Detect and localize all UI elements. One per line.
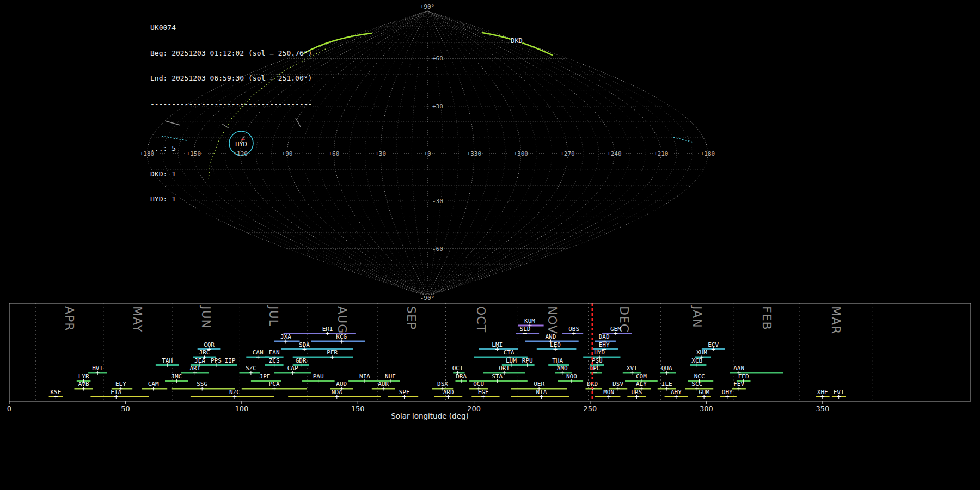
lat-label: +30 <box>432 103 443 110</box>
shower-code-label: GEM <box>610 326 621 333</box>
current-sol-marker <box>592 303 592 401</box>
shower-code-label: SCC <box>691 381 702 388</box>
shower-spe: SPE <box>388 389 419 399</box>
shower-code-label: JXA <box>280 333 291 340</box>
shower-code-label: THA <box>552 357 563 364</box>
shower-code-label: DAD <box>599 333 610 340</box>
shower-code-label: PAU <box>313 373 324 380</box>
shower-code-label: LMI <box>492 341 503 348</box>
shower-code-label: EGE <box>478 389 489 396</box>
month-label-apr: APR <box>63 306 76 332</box>
shower-code-label: ARD <box>443 389 454 396</box>
month-label-may: MAY <box>131 306 144 333</box>
shower-xhe: XHE <box>816 389 830 399</box>
shower-pau: PAU <box>302 373 335 383</box>
month-label-jan: JAN <box>690 305 704 328</box>
shower-sda: SDA <box>281 341 353 352</box>
shower-code-label: FEV <box>733 381 744 388</box>
shower-leo: LEO <box>537 341 577 352</box>
shower-code-label: AUR <box>378 381 389 388</box>
activity-bar <box>191 396 274 397</box>
activity-bar <box>311 341 365 342</box>
shower-code-label: JRC <box>199 349 210 356</box>
shower-eta: ETA <box>90 389 149 399</box>
shower-code-label: TAH <box>162 357 173 364</box>
shower-code-label: QUA <box>661 365 672 372</box>
shower-hvi: HVI <box>88 365 107 375</box>
shower-code-label: AND <box>545 333 556 340</box>
shower-kse: KSE <box>49 389 63 399</box>
shower-code-label: NTA <box>536 389 547 396</box>
shower-code-label: NCC <box>694 373 705 380</box>
lat-label: -60 <box>432 246 443 253</box>
shower-code-label: PSU <box>592 357 603 364</box>
shower-code-label: LYR <box>78 373 89 380</box>
shower-code-label: AUD <box>336 381 347 388</box>
month-label-nov: NOV <box>546 306 559 334</box>
shower-mon: MON <box>595 389 621 399</box>
shower-code-label: ELY <box>115 381 126 388</box>
x-tick-label: 0 <box>7 405 11 413</box>
shower-code-label: ETA <box>111 389 121 396</box>
shower-code-label: NIA <box>359 373 370 380</box>
shower-code-label: OCT <box>452 365 463 372</box>
shower-pca: PCA <box>242 381 307 391</box>
shower-zcs: ZCS <box>265 357 284 367</box>
shower-code-label: NZC <box>229 389 240 396</box>
month-label-oct: OCT <box>474 306 488 333</box>
meteor-trail-cyan <box>673 137 693 142</box>
shower-code-label: JMC <box>171 373 182 380</box>
meteor-counts: ...: 5 DKD: 1 HYD: 1 <box>150 127 312 220</box>
month-label-jun: JUN <box>199 305 213 329</box>
shower-jxa: JXA <box>274 333 300 344</box>
shower-code-label: CAP <box>287 365 298 372</box>
shower-iip: IIP <box>223 357 237 367</box>
shower-gum: GUM <box>697 389 711 399</box>
month-label-jul: JUL <box>267 305 280 327</box>
shower-code-label: ILE <box>661 381 672 388</box>
end-time-line: End: 20251203 06:59:30 (sol = 251.00°) <box>150 74 312 83</box>
shower-fev: FEV <box>732 381 746 391</box>
separator-line: -------------------------------------- <box>150 100 312 108</box>
shower-ege: EGE <box>471 389 499 399</box>
shower-code-label: HYD <box>594 349 605 356</box>
shower-code-label: NDA <box>332 389 342 396</box>
count-dkd: DKD: 1 <box>150 170 312 179</box>
month-grid: APRMAYJUNJULAUGSEPOCTNOVDECJANFEBMAR <box>35 303 872 401</box>
shower-aur: AUR <box>372 381 395 391</box>
lon-label: +300 <box>513 150 528 157</box>
shower-code-label: GUM <box>699 389 709 396</box>
shower-code-label: ERI <box>322 326 333 333</box>
shower-code-label: ECV <box>708 341 719 348</box>
shower-code-label: XCB <box>691 357 702 364</box>
lon-label: +210 <box>654 150 669 157</box>
shower-code-label: SLD <box>520 326 531 333</box>
shower-code-label: EHY <box>599 341 610 348</box>
lon-label: +330 <box>467 150 482 157</box>
x-tick-label: 200 <box>467 405 481 413</box>
lon-label: +270 <box>560 150 575 157</box>
lon-label: +30 <box>375 150 386 157</box>
shower-cap: CAP <box>274 365 311 375</box>
shower-code-label: KSE <box>50 389 61 396</box>
x-axis-title: Solar longitude (deg) <box>391 412 469 420</box>
shower-code-label: AMO <box>557 365 568 372</box>
count-unclassified: ...: 5 <box>150 144 312 153</box>
shower-code-label: RPU <box>522 357 533 364</box>
shower-code-label: URS <box>631 389 642 396</box>
shower-code-label: AAN <box>733 365 744 372</box>
shower-cta: CTA <box>474 349 528 359</box>
begin-time-line: Beg: 20251203 01:12:02 (sol = 250.76°) <box>150 49 312 58</box>
shower-code-label: AHY <box>671 389 682 396</box>
shower-code-label: SDA <box>299 341 310 348</box>
shower-code-label: IIP <box>225 357 236 364</box>
x-tick-label: 300 <box>700 405 713 413</box>
pole-label-north: +90° <box>420 3 435 10</box>
shower-ssg: SSG <box>172 381 235 391</box>
shower-tah: TAH <box>156 357 179 367</box>
shower-code-label: OHY <box>722 389 733 396</box>
shower-code-label: XHE <box>817 389 828 396</box>
shower-code-label: PPS <box>211 357 222 364</box>
activity-bar <box>471 396 499 397</box>
shower-code-label: DRA <box>456 373 467 380</box>
